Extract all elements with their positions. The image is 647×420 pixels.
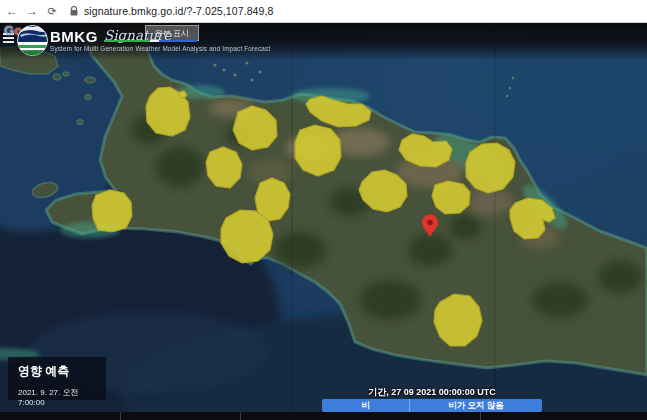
panel-datetime: 2021. 9. 27. 오전 7:00:00 — [18, 387, 106, 407]
brand-underline-green — [104, 40, 150, 42]
browser-back-button[interactable]: ← — [4, 3, 20, 19]
forecast-polygon — [221, 210, 273, 263]
browser-reload-button[interactable]: ⟳ — [44, 3, 60, 19]
timeline-divider — [120, 412, 121, 420]
brand-underline-white — [150, 40, 159, 42]
timeline-divider — [240, 412, 241, 420]
forecast-polygon — [434, 294, 482, 346]
forecast-polygon — [295, 125, 341, 176]
rain-button[interactable]: 비 — [322, 399, 410, 412]
period-label: 기간, 27 09 2021 00:00:00 UTC — [322, 386, 542, 399]
url-box[interactable]: signature.bmkg.go.id/?-7.025,107.849,8 — [70, 5, 273, 17]
timeline-divider — [480, 412, 481, 420]
lock-icon — [70, 6, 78, 16]
forecast-polygon — [432, 181, 470, 214]
brand-underline-blue — [159, 40, 197, 42]
browser-address-bar: ← → ⟳ signature.bmkg.go.id/?-7.025,107.8… — [0, 0, 647, 23]
browser-forward-button[interactable]: → — [24, 3, 40, 19]
brand-title: BMKG — [50, 28, 98, 45]
bmkg-logo — [17, 25, 48, 56]
forecast-polygon — [92, 190, 132, 232]
url-text: signature.bmkg.go.id/?-7.025,107.849,8 — [84, 5, 273, 17]
brand-subtitle: System for Multi Generation Weather Mode… — [50, 45, 270, 52]
no-rain-button[interactable]: 비가 오지 않음 — [410, 399, 542, 412]
panel-title: 영향 예측 — [18, 363, 106, 380]
rain-toggle-bar: 비 비가 오지 않음 — [322, 399, 542, 412]
app-header: Go BMKG Signature 원본 표시 System for Multi… — [0, 22, 647, 60]
timeline-strip[interactable] — [0, 412, 647, 420]
screen: ← → ⟳ signature.bmkg.go.id/?-7.025,107.8… — [0, 0, 647, 420]
impact-forecast-panel: 영향 예측 2021. 9. 27. 오전 7:00:00 — [8, 357, 106, 400]
